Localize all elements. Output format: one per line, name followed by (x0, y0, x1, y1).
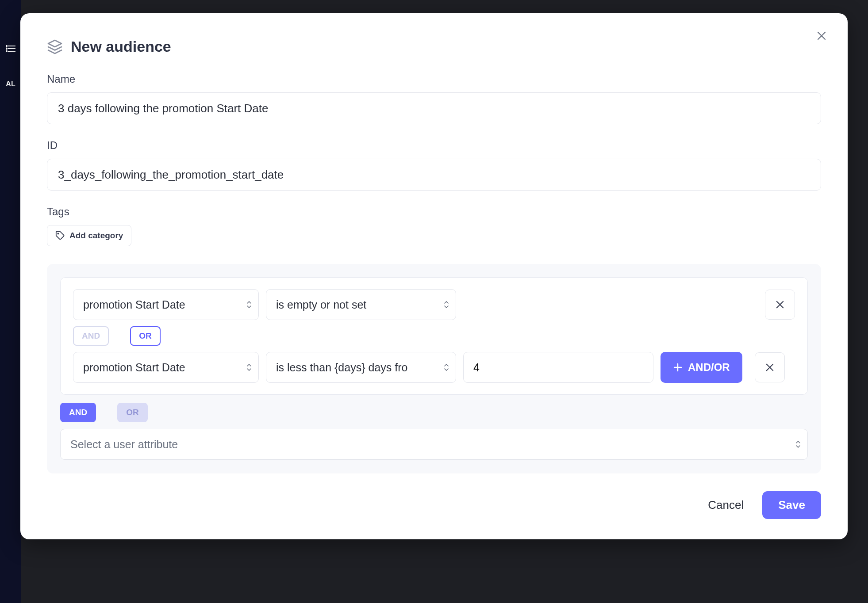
cancel-button[interactable]: Cancel (703, 491, 748, 519)
close-icon (817, 31, 826, 41)
save-button[interactable]: Save (762, 491, 821, 519)
new-attribute-select[interactable]: Select a user attribute (60, 429, 808, 460)
connector-or-button[interactable]: OR (130, 326, 161, 346)
outer-connector-and-button[interactable]: AND (60, 403, 96, 422)
tags-label: Tags (47, 206, 821, 218)
connector-and-button[interactable]: AND (73, 326, 109, 346)
backdrop-label: AL (5, 80, 16, 88)
rule-row: promotion Start Date is empty or not set (73, 289, 795, 320)
close-button[interactable] (815, 29, 828, 42)
rule-group: promotion Start Date is empty or not set (60, 277, 808, 395)
rules-panel: promotion Start Date is empty or not set (47, 264, 821, 473)
svg-point-3 (6, 46, 7, 47)
list-icon (5, 44, 16, 53)
attribute-select[interactable]: promotion Start Date (73, 289, 259, 320)
operator-select[interactable]: is empty or not set (266, 289, 456, 320)
attribute-select-wrap: promotion Start Date (73, 289, 259, 320)
dialog-footer: Cancel Save (47, 491, 821, 519)
value-input[interactable] (463, 352, 653, 383)
name-input[interactable] (47, 92, 821, 124)
new-attribute-select-wrap: Select a user attribute (60, 428, 808, 460)
inline-connector: AND OR (73, 326, 795, 346)
outer-connector: AND OR (60, 403, 808, 422)
id-label: ID (47, 139, 821, 152)
tags-field-group: Tags Add category (47, 206, 821, 246)
name-label: Name (47, 73, 821, 85)
attribute-select[interactable]: promotion Start Date (73, 352, 259, 383)
svg-point-9 (58, 233, 58, 234)
remove-rule-button[interactable] (755, 352, 785, 382)
outer-connector-or-button[interactable]: OR (117, 403, 148, 422)
plus-icon (673, 363, 683, 372)
add-category-label: Add category (69, 231, 123, 240)
id-field-group: ID (47, 139, 821, 191)
operator-select-wrap: is less than {days} days fro (266, 352, 456, 383)
svg-point-4 (6, 48, 7, 50)
attribute-select-wrap: promotion Start Date (73, 352, 259, 383)
tag-icon (55, 231, 65, 240)
layers-icon (47, 39, 63, 55)
add-andor-button[interactable]: AND/OR (661, 352, 742, 383)
operator-select-wrap: is empty or not set (266, 289, 456, 320)
modal-header: New audience (47, 38, 821, 55)
backdrop-sidebar: AL (0, 0, 21, 603)
add-andor-label: AND/OR (688, 361, 730, 374)
name-field-group: Name (47, 73, 821, 124)
add-category-button[interactable]: Add category (47, 225, 131, 246)
svg-point-5 (6, 51, 7, 52)
svg-marker-8 (48, 40, 61, 47)
id-input[interactable] (47, 159, 821, 191)
close-icon (776, 300, 784, 309)
operator-select[interactable]: is less than {days} days fro (266, 352, 456, 383)
modal-title: New audience (71, 38, 171, 55)
rule-row: promotion Start Date is less than {days}… (73, 352, 795, 383)
new-audience-modal: New audience Name ID Tags Add category p (20, 13, 848, 539)
remove-rule-button[interactable] (765, 290, 795, 320)
close-icon (765, 363, 774, 372)
